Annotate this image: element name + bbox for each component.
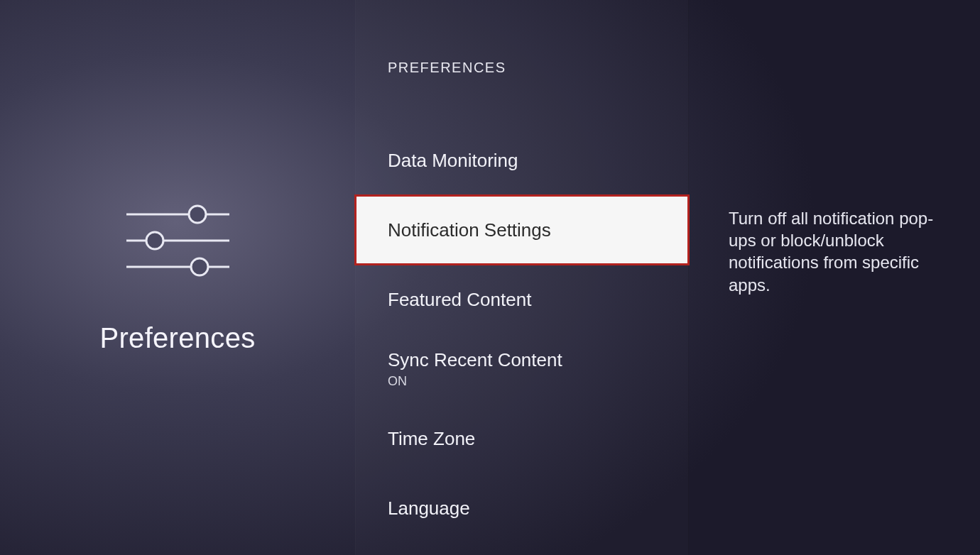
page-title: Preferences xyxy=(100,322,256,354)
menu-item-featured-content[interactable]: Featured Content xyxy=(355,265,689,334)
menu-item-sync-recent-content[interactable]: Sync Recent Content ON xyxy=(355,334,689,404)
menu-item-label: Sync Recent Content xyxy=(388,349,668,371)
menu-item-language[interactable]: Language xyxy=(355,473,689,543)
menu-item-notification-settings[interactable]: Notification Settings xyxy=(355,195,689,265)
menu-item-data-monitoring[interactable]: Data Monitoring xyxy=(355,126,689,195)
item-description: Turn off all notification pop-ups or blo… xyxy=(729,207,944,296)
detail-pane: Turn off all notification pop-ups or blo… xyxy=(689,0,980,555)
menu-item-label: Featured Content xyxy=(388,289,668,311)
menu-item-label: Data Monitoring xyxy=(388,150,668,172)
menu-item-value: ON xyxy=(388,374,668,389)
svg-point-3 xyxy=(146,232,163,249)
section-heading: PREFERENCES xyxy=(355,60,689,76)
svg-point-5 xyxy=(191,258,208,275)
menu-pane: PREFERENCES Data Monitoring Notification… xyxy=(355,0,689,555)
menu-item-label: Notification Settings xyxy=(388,219,668,241)
menu-item-label: Language xyxy=(388,498,668,520)
menu-item-time-zone[interactable]: Time Zone xyxy=(355,404,689,473)
menu-item-label: Time Zone xyxy=(388,428,668,450)
sliders-icon xyxy=(123,202,233,280)
svg-point-1 xyxy=(189,206,206,223)
left-pane: Preferences xyxy=(0,0,355,555)
